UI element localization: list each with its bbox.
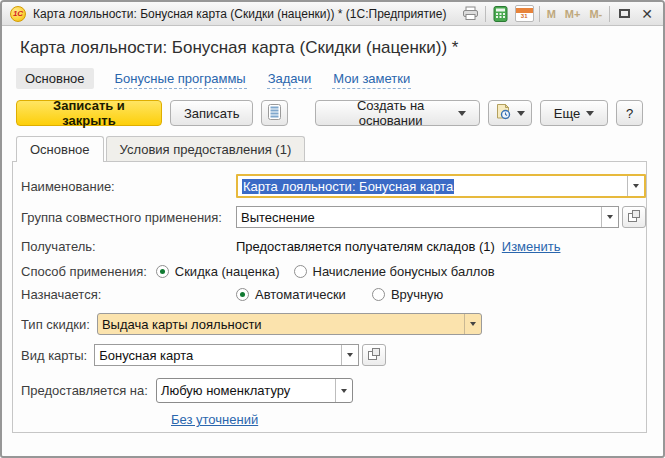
calendar-day-label: 31 [521,13,528,19]
tab-strip: Основное Условия предоставления (1) [16,136,663,161]
memory-m-plus-button[interactable]: M+ [563,8,583,20]
radio-unselected-icon [372,288,385,301]
nav-item-bonus-programs[interactable]: Бонусные программы [114,69,247,89]
recipient-value: Предоставляется получателям складов (1) [236,239,495,254]
provided-for-dropdown-button[interactable] [335,379,352,402]
titlebar-separator [609,6,610,22]
provided-for-label: Предоставляется на: [21,383,148,398]
radio-unselected-icon [294,265,307,278]
title-bar: 1С Карта лояльности: Бонусная карта (Ски… [2,2,663,26]
radio-bonus-points[interactable]: Начисление бонусных баллов [294,264,495,279]
nav-item-main[interactable]: Основное [16,68,94,89]
save-and-close-button[interactable]: Записать и закрыть [16,100,162,126]
app-window: 1С Карта лояльности: Бонусная карта (Ски… [0,0,665,458]
titlebar-separator [539,6,540,22]
card-kind-label: Вид карты: [21,348,87,363]
radio-discount-markup[interactable]: Скидка (наценка) [156,264,280,279]
navigation-bar: Основное Бонусные программы Задачи Мои з… [2,58,663,93]
page-title: Карта лояльности: Бонусная карта (Скидки… [2,26,663,58]
radio-selected-icon [156,265,169,278]
open-icon [628,210,640,225]
1c-logo-icon: 1С [10,6,26,22]
document-history-button[interactable] [488,100,532,126]
recipient-change-link[interactable]: Изменить [502,239,561,254]
memory-m-minus-button[interactable]: M- [587,8,604,20]
chevron-down-icon [586,111,594,116]
form-panel: Наименование: Карта лояльности: Бонусная… [12,161,647,433]
tab-provision-conditions[interactable]: Условия предоставления (1) [106,136,306,161]
open-icon [368,348,380,363]
window-title: Карта лояльности: Бонусная карта (Скидки… [33,7,446,21]
discount-type-input[interactable]: Выдача карты лояльности [97,313,482,335]
no-refinements-link[interactable]: Без уточнений [171,412,258,427]
name-input[interactable]: Карта лояльности: Бонусная карта [236,174,646,198]
discount-type-label: Тип скидки: [21,317,90,332]
memory-m-button[interactable]: M [545,8,558,20]
recipient-label: Получатель: [21,239,236,254]
discount-type-dropdown-button[interactable] [464,314,481,334]
card-kind-dropdown-button[interactable] [341,345,358,365]
printer-icon[interactable] [461,5,480,22]
create-based-on-button[interactable]: Создать на основании [315,100,479,126]
radio-automatically[interactable]: Автоматически [236,287,346,302]
command-bar: Записать и закрыть Записать Создать на о… [2,93,663,134]
maximize-button[interactable] [615,5,634,22]
register-icon [268,104,281,123]
titlebar-separator [485,6,486,22]
shared-group-open-button[interactable] [622,206,646,228]
shared-group-input[interactable]: Вытеснение [236,206,619,228]
shared-group-dropdown-button[interactable] [601,207,618,227]
calendar-icon[interactable]: 31 [515,5,534,22]
apply-method-label: Способ применения: [21,264,147,279]
chevron-down-icon [458,111,466,116]
calculator-icon[interactable] [491,5,510,22]
name-dropdown-button[interactable] [627,176,644,196]
more-button[interactable]: Еще [540,100,608,126]
nav-item-tasks[interactable]: Задачи [267,69,313,89]
card-kind-open-button[interactable] [362,344,386,366]
assigned-label: Назначается: [21,287,236,302]
shared-group-label: Группа совместного применения: [21,210,236,225]
tab-main[interactable]: Основное [16,136,104,161]
chevron-down-icon [517,111,525,116]
name-label: Наименование: [21,179,236,194]
nav-item-my-notes[interactable]: Мои заметки [332,69,411,89]
card-kind-input[interactable]: Бонусная карта [94,344,359,366]
document-clock-icon [495,103,511,123]
save-button[interactable]: Записать [170,100,254,126]
provided-for-select[interactable]: Любую номенклатуру [156,378,353,403]
register-records-button[interactable] [261,100,288,126]
help-button[interactable]: ? [616,100,643,126]
radio-manually[interactable]: Вручную [372,287,443,302]
close-button[interactable]: ✕ [639,7,655,21]
radio-selected-icon [236,288,249,301]
name-input-selected-text: Карта лояльности: Бонусная карта [242,179,454,194]
